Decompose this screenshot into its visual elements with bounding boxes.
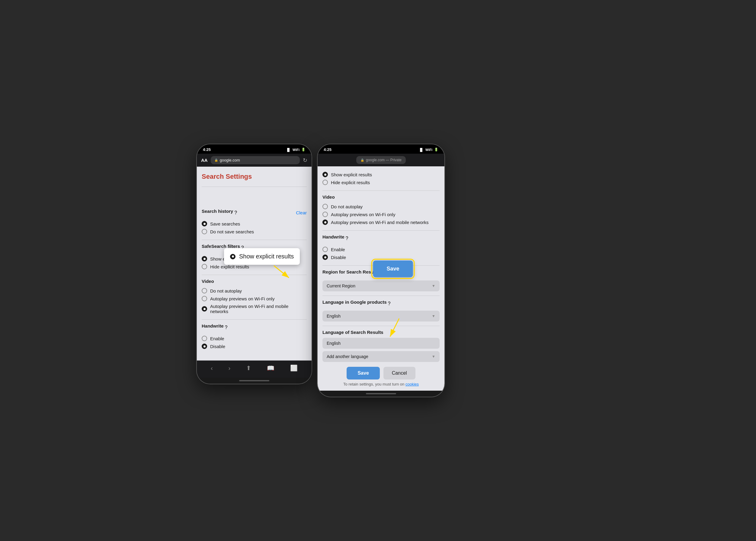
hide-explicit-right-radio[interactable] [323, 180, 328, 185]
search-history-label: Search history [202, 209, 233, 214]
region-dropdown[interactable]: Current Region ▼ [323, 280, 439, 291]
show-explicit-right-radio[interactable] [323, 172, 328, 177]
wifi-icon-right: WiFi [425, 148, 432, 152]
battery-icon: 🔋 [301, 148, 306, 152]
no-autoplay-radio[interactable] [202, 288, 207, 293]
refresh-icon[interactable]: ↻ [303, 157, 307, 164]
save-popup: Save [373, 261, 413, 277]
action-buttons: Save Cancel [323, 367, 439, 379]
disable-handwrite-right-option[interactable]: Disable [323, 253, 439, 261]
home-indicator-left [197, 378, 312, 384]
language-products-section: Language in Google products ? English ▼ [323, 299, 439, 321]
home-indicator-right [318, 391, 444, 397]
signal-icon-right: ▐▌ [419, 148, 423, 152]
do-not-save-radio[interactable] [202, 229, 207, 234]
status-bar-left: 4:25 ▐▌ WiFi 🔋 [197, 144, 312, 154]
share-button[interactable]: ⬆ [246, 364, 251, 372]
video-section-right: Video Do not autoplay Autoplay previews … [323, 195, 439, 226]
tooltip-radio [230, 254, 236, 259]
no-autoplay-option[interactable]: Do not autoplay [202, 287, 307, 294]
language-products-dropdown[interactable]: English ▼ [323, 311, 439, 321]
wifi-autoplay-option[interactable]: Autoplay previews on Wi-Fi only [202, 294, 307, 302]
battery-icon-right: 🔋 [434, 148, 438, 152]
lock-icon: 🔒 [214, 159, 218, 162]
do-not-save-option[interactable]: Do not save searches [202, 228, 307, 236]
disable-handwrite-right-radio[interactable] [323, 255, 328, 260]
save-searches-option[interactable]: Save searches [202, 220, 307, 228]
save-searches-radio[interactable] [202, 221, 207, 227]
time-left: 4:25 [203, 147, 211, 152]
url-bar-right[interactable]: 🔒 google.com — Private [356, 156, 406, 164]
show-explicit-right-option[interactable]: Show explicit results [323, 171, 439, 179]
tooltip-popup: Show explicit results [224, 248, 300, 265]
handwrite-label-left: Handwrite [202, 323, 224, 328]
language-products-arrow-icon: ▼ [432, 314, 435, 318]
bookmarks-button[interactable]: 📖 [267, 364, 275, 372]
bottom-nav-left: ‹ › ⬆ 📖 ⬜ [197, 360, 312, 378]
wifi-autoplay-radio[interactable] [202, 296, 207, 301]
search-history-help[interactable]: ? [234, 210, 237, 216]
time-right: 4:25 [324, 147, 332, 152]
add-language-dropdown[interactable]: Add another language ▼ [323, 351, 439, 362]
region-label: Region for Search Results [323, 269, 379, 274]
language-products-label: Language in Google products [323, 299, 387, 304]
current-language-item: English [323, 338, 439, 349]
wifi-mobile-autoplay-right-radio[interactable] [323, 220, 328, 225]
language-products-value: English [327, 314, 341, 318]
disable-handwrite-option[interactable]: Disable [202, 342, 307, 350]
save-button-popup[interactable]: Save [373, 261, 413, 277]
page-content-right: Show explicit results Hide explicit resu… [318, 166, 444, 391]
enable-handwrite-option[interactable]: Enable [202, 334, 307, 342]
video-section-left: Video Do not autoplay Autoplay previews … [202, 278, 307, 315]
language-results-section: Language of Search Results English Add a… [323, 330, 439, 362]
wifi-autoplay-right-radio[interactable] [323, 212, 328, 217]
add-language-value: Add another language [327, 354, 369, 359]
language-results-label: Language of Search Results [323, 330, 439, 335]
lock-icon-right: 🔒 [361, 159, 364, 162]
wifi-mobile-autoplay-radio[interactable] [202, 306, 207, 311]
no-autoplay-right-option[interactable]: Do not autoplay [323, 203, 439, 211]
svg-line-1 [274, 266, 289, 278]
signal-icon: ▐▌ [286, 148, 291, 152]
wifi-mobile-autoplay-option[interactable]: Autoplay previews on Wi-Fi and mobile ne… [202, 302, 307, 315]
divider-top [202, 187, 307, 187]
cancel-button[interactable]: Cancel [383, 367, 415, 379]
language-products-help[interactable]: ? [388, 301, 391, 306]
no-autoplay-right-radio[interactable] [323, 204, 328, 209]
page-title: Search Settings [202, 173, 307, 181]
divider-r4 [323, 295, 439, 296]
forward-button[interactable]: › [229, 365, 231, 372]
show-explicit-radio[interactable] [202, 256, 207, 262]
divider-3 [202, 319, 307, 320]
footer-text: To retain settings, you must turn on coo… [323, 382, 439, 386]
tabs-button[interactable]: ⬜ [290, 364, 298, 372]
wifi-autoplay-right-option[interactable]: Autoplay previews on Wi-Fi only [323, 211, 439, 218]
yellow-arrow-left [271, 263, 295, 282]
right-phone: 4:25 ▐▌ WiFi 🔋 🔒 google.com — Private Sh… [318, 144, 444, 397]
hide-explicit-radio[interactable] [202, 264, 207, 269]
aa-button[interactable]: AA [201, 158, 208, 163]
add-language-arrow-icon: ▼ [432, 354, 435, 359]
back-button[interactable]: ‹ [211, 365, 213, 372]
divider-r5 [323, 326, 439, 326]
handwrite-header-left: Handwrite ? [202, 323, 307, 331]
enable-handwrite-right-radio[interactable] [323, 247, 328, 252]
handwrite-help-right[interactable]: ? [346, 236, 349, 241]
url-bar-left[interactable]: 🔒 google.com [211, 156, 300, 164]
handwrite-help-left[interactable]: ? [225, 325, 228, 330]
save-button-bottom[interactable]: Save [347, 367, 379, 379]
handwrite-section-right: Handwrite ? Enable Disable [323, 234, 439, 261]
divider-r1 [323, 191, 439, 191]
hide-explicit-right-option[interactable]: Hide explicit results [323, 179, 439, 186]
enable-handwrite-right-option[interactable]: Enable [323, 246, 439, 253]
video-label-right: Video [323, 195, 439, 200]
wifi-mobile-autoplay-right-option[interactable]: Autoplay previews on Wi-Fi and mobile ne… [323, 218, 439, 226]
search-history-header: Search history ? Clear [202, 209, 307, 217]
search-history-section: Search history ? Clear Save searches Do … [202, 209, 307, 236]
handwrite-label-right: Handwrite [323, 234, 345, 240]
cookies-link[interactable]: cookies [405, 382, 419, 386]
clear-link[interactable]: Clear [296, 210, 307, 215]
enable-handwrite-radio[interactable] [202, 336, 207, 341]
region-arrow-icon: ▼ [432, 284, 435, 288]
disable-handwrite-radio[interactable] [202, 343, 207, 349]
